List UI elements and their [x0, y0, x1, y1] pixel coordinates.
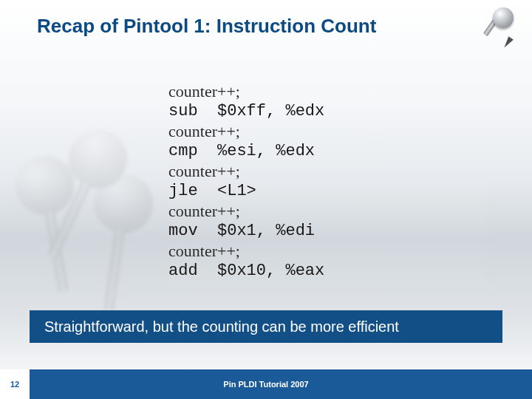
- code-line: counter++;: [168, 161, 486, 181]
- slide-title: Recap of Pintool 1: Instruction Count: [37, 15, 480, 38]
- page-number: 12: [0, 369, 30, 399]
- code-line: mov $0x1, %edi: [168, 221, 486, 241]
- pushpin-icon: [477, 7, 514, 59]
- code-block: counter++; sub $0xff, %edx counter++; cm…: [168, 81, 486, 288]
- footer-text: Pin PLDI Tutorial 2007: [0, 369, 532, 399]
- callout-bar: Straightforward, but the counting can be…: [30, 310, 502, 343]
- code-line: counter++;: [168, 241, 486, 261]
- code-line: add $0x10, %eax: [168, 261, 486, 281]
- code-line: cmp %esi, %edx: [168, 141, 486, 161]
- code-line: counter++;: [168, 201, 486, 221]
- code-line: counter++;: [168, 121, 486, 141]
- callout-text: Straightforward, but the counting can be…: [44, 318, 399, 335]
- code-line: sub $0xff, %edx: [168, 101, 486, 121]
- code-line: counter++;: [168, 81, 486, 101]
- code-line: jle <L1>: [168, 181, 486, 201]
- slide: Recap of Pintool 1: Instruction Count co…: [0, 0, 532, 399]
